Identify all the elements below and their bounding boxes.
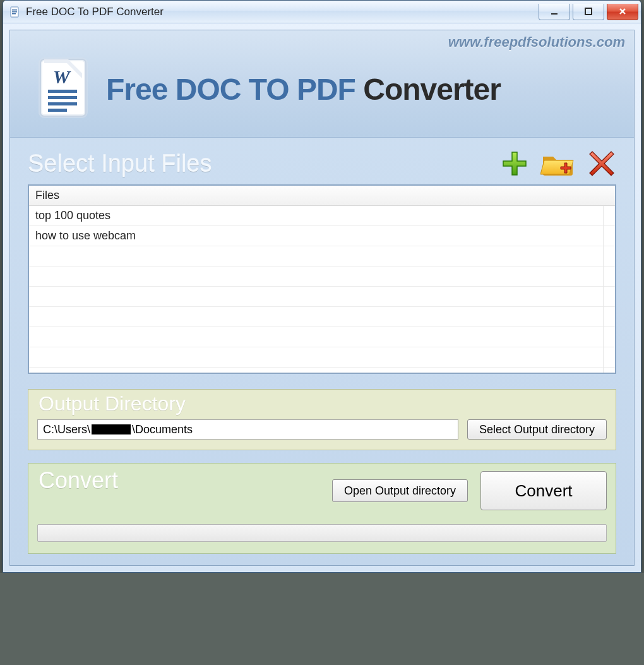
- svg-text:W: W: [53, 66, 71, 87]
- file-row[interactable]: top 100 quotes: [29, 206, 615, 226]
- window-title: Free DOC To PDF Converter: [26, 6, 164, 18]
- add-file-button[interactable]: [500, 149, 529, 178]
- brand-title: Free DOC TO PDF Converter: [106, 72, 501, 107]
- close-button[interactable]: [607, 4, 638, 20]
- website-url: www.freepdfsolutions.com: [448, 34, 625, 51]
- file-row-empty: [29, 307, 615, 327]
- main-panel: www.freepdfsolutions.com W: [9, 30, 635, 566]
- brand-word-3: TO PDF: [249, 73, 355, 106]
- output-path-input[interactable]: C:\Users\ \Documents: [37, 419, 458, 440]
- titlebar: Free DOC To PDF Converter: [3, 1, 641, 23]
- file-list-body[interactable]: top 100 quoteshow to use webcam: [29, 206, 615, 373]
- brand-word-2: DOC: [176, 73, 241, 106]
- input-section-header: Select Input Files: [10, 138, 634, 181]
- output-title: Output Directory: [39, 392, 607, 416]
- select-output-button[interactable]: Select Output directory: [467, 419, 607, 440]
- app-icon: [9, 6, 21, 18]
- file-row-empty: [29, 267, 615, 287]
- svg-rect-11: [48, 102, 77, 105]
- svg-rect-5: [585, 8, 592, 15]
- svg-rect-1: [12, 9, 17, 11]
- file-row[interactable]: how to use webcam: [29, 226, 615, 246]
- brand-row: W Free DOC TO PDF Converter: [28, 53, 501, 125]
- svg-rect-4: [551, 13, 558, 15]
- output-row: C:\Users\ \Documents Select Output direc…: [37, 419, 607, 440]
- open-output-button[interactable]: Open Output directory: [332, 479, 468, 502]
- file-list-header: Files: [29, 186, 615, 206]
- input-section-title: Select Input Files: [28, 150, 212, 177]
- file-row-empty: [29, 287, 615, 307]
- file-row-empty: [29, 347, 615, 368]
- convert-button[interactable]: Convert: [480, 471, 607, 510]
- window-controls: [539, 4, 641, 20]
- output-panel: Output Directory C:\Users\ \Documents Se…: [28, 389, 616, 450]
- maximize-button[interactable]: [573, 4, 604, 20]
- title-left: Free DOC To PDF Converter: [9, 6, 164, 18]
- svg-rect-2: [12, 11, 17, 13]
- file-row-empty: [29, 327, 615, 347]
- app-window: Free DOC To PDF Converter www.freepdfsol…: [3, 0, 641, 573]
- brand-word-4: Converter: [363, 73, 501, 106]
- output-path-prefix: C:\Users\: [43, 423, 90, 436]
- progress-bar: [37, 524, 607, 542]
- file-row-empty: [29, 246, 615, 267]
- word-doc-icon: W: [28, 53, 97, 125]
- add-folder-button[interactable]: [540, 149, 576, 178]
- svg-rect-3: [12, 13, 16, 15]
- brand-header: www.freepdfsolutions.com W: [10, 30, 634, 138]
- file-list[interactable]: Files top 100 quoteshow to use webcam: [28, 184, 616, 374]
- remove-file-button[interactable]: [587, 149, 616, 178]
- client-area: www.freepdfsolutions.com W: [3, 23, 641, 572]
- svg-rect-12: [48, 109, 67, 112]
- redacted-segment: [92, 424, 131, 434]
- convert-row: Open Output directory Convert: [37, 471, 607, 510]
- convert-panel: Convert Open Output directory Convert: [28, 463, 616, 554]
- svg-rect-9: [48, 90, 77, 93]
- svg-rect-10: [48, 96, 77, 99]
- minimize-button[interactable]: [539, 4, 570, 20]
- brand-word-1: Free: [106, 73, 167, 106]
- toolbar: [500, 149, 616, 178]
- output-path-suffix: \Documents: [132, 423, 193, 436]
